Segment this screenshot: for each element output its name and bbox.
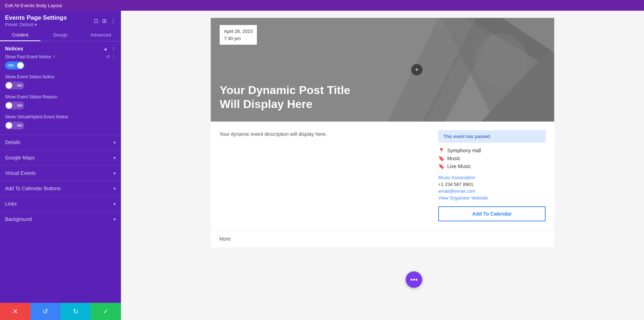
more-section: More [211, 230, 554, 247]
tab-advanced[interactable]: Advanced [80, 29, 121, 41]
setting-label-text-virtual: Show Virtual/Hybrid Event Notice [5, 114, 68, 119]
save-icon: ✓ [103, 307, 108, 315]
setting-row-virtual: Show Virtual/Hybrid Event Notice NO [5, 114, 116, 129]
section-add-to-calendar-header[interactable]: Add To Calendar Buttons ▾ [0, 181, 121, 196]
section-background-title: Background [5, 216, 32, 222]
chevron-add-to-calendar-icon: ▾ [113, 186, 116, 191]
category-music-item: 🔖 Music [438, 156, 546, 161]
undo-button[interactable]: ↺ [30, 303, 61, 320]
redo-button[interactable]: ↻ [60, 303, 91, 320]
notices-more-icon[interactable]: ⋮ [111, 46, 116, 51]
toggle-knob-status-reason [6, 102, 12, 109]
tab-design[interactable]: Design [40, 29, 81, 41]
organizer-name-link[interactable]: Music Association [438, 175, 546, 180]
chevron-google-maps-icon: ▾ [113, 155, 116, 161]
section-details-title: Details [5, 139, 20, 145]
close-icon: ✕ [13, 307, 18, 315]
event-details-list: 📍 Symphony Hall 🔖 Music 🔖 Live Music [438, 148, 546, 169]
toggle-status-notice[interactable]: NO [5, 82, 24, 89]
section-links-title: Links [5, 201, 17, 207]
section-google-maps-title: Google Maps [5, 155, 35, 161]
toggle-knob-virtual [6, 122, 12, 129]
event-main: Your dynamic event description will disp… [219, 130, 428, 221]
section-background-header[interactable]: Background ▾ [0, 212, 121, 227]
panel-content: Notices ▲ ⋮ Show Past Event Notice ? ↺ ⋮ [0, 41, 121, 303]
toggle-label-status-reason: NO [18, 104, 23, 107]
venue-item: 📍 Symphony Hall [438, 148, 546, 153]
panel-tabs: Content Design Advanced [0, 29, 121, 41]
reset-icon-past-event[interactable]: ↺ [106, 54, 110, 59]
setting-label-text-status: Show Event Status Notice [5, 74, 55, 79]
toggle-status-reason[interactable]: NO [5, 102, 24, 109]
setting-label-icons-past-event: ↺ ⋮ [106, 54, 116, 59]
setting-label-past-event: Show Past Event Notice ? ↺ ⋮ [5, 54, 116, 59]
panel-title-wrap: Events Page Settings Preset: Default ▾ [5, 14, 67, 27]
undo-icon: ↺ [43, 307, 48, 315]
category-icon-live-music: 🔖 [438, 163, 444, 169]
add-section-button[interactable]: + [411, 64, 423, 75]
section-virtual-events-header[interactable]: Virtual Events ▾ [0, 166, 121, 181]
section-details-header[interactable]: Details ▾ [0, 135, 121, 150]
setting-label-text-reason: Show Event Status Reason [5, 94, 57, 99]
section-virtual-events-title: Virtual Events [5, 170, 36, 176]
section-details: Details ▾ [0, 134, 121, 150]
layout-icon[interactable]: ⊞ [102, 18, 107, 24]
section-google-maps: Google Maps ▾ [0, 150, 121, 165]
notices-collapse-icon[interactable]: ▲ [103, 46, 108, 51]
section-background: Background ▾ [0, 211, 121, 227]
section-add-to-calendar: Add To Calendar Buttons ▾ [0, 181, 121, 196]
notices-section: Show Past Event Notice ? ↺ ⋮ YES [0, 54, 121, 129]
venue-name: Symphony Hall [447, 148, 481, 153]
notices-header-icons: ▲ ⋮ [103, 46, 116, 51]
hero-section: April 28, 2023 7:30 pm Your Dynamic Post… [211, 18, 554, 122]
toggle-label-virtual: NO [18, 124, 23, 127]
setting-label-virtual: Show Virtual/Hybrid Event Notice [5, 114, 116, 119]
section-google-maps-header[interactable]: Google Maps ▾ [0, 150, 121, 165]
section-links-header[interactable]: Links ▾ [0, 196, 121, 211]
toggle-wrap-past-event: YES [5, 61, 116, 69]
event-passed-notice: This event has passed. [438, 130, 546, 143]
organizer-email-link[interactable]: email@email.com [438, 188, 546, 194]
notices-title: Notices [5, 46, 23, 51]
event-date: April 28, 2023 [224, 28, 253, 35]
event-title-overlay: Your Dynamic Post Title Will Display Her… [220, 83, 370, 111]
close-button[interactable]: ✕ [0, 303, 30, 320]
chevron-links-icon: ▾ [113, 201, 116, 207]
canvas-area: April 28, 2023 7:30 pm Your Dynamic Post… [121, 11, 644, 320]
organizer-phone: +1 234 567 8901 [438, 182, 546, 187]
panel-preset[interactable]: Preset: Default ▾ [5, 22, 67, 27]
restore-icon[interactable]: ⊡ [94, 18, 98, 24]
section-links: Links ▾ [0, 196, 121, 211]
svg-point-7 [474, 34, 527, 87]
fab-icon: ••• [410, 276, 418, 284]
event-body: Your dynamic event description will disp… [211, 122, 554, 230]
notices-section-header: Notices ▲ ⋮ [0, 41, 121, 54]
add-to-calendar-button[interactable]: Add To Calendar [438, 206, 546, 221]
more-options-icon[interactable]: ⋮ [110, 18, 116, 24]
toggle-knob-past-event [17, 62, 24, 69]
toggle-virtual[interactable]: NO [5, 122, 24, 129]
help-icon-past-event[interactable]: ? [53, 55, 55, 59]
event-description: Your dynamic event description will disp… [219, 130, 428, 138]
save-button[interactable]: ✓ [91, 303, 121, 320]
category-live-music: Live Music [447, 163, 471, 169]
top-bar: Edit All Events Body Layout [0, 0, 644, 11]
tab-content[interactable]: Content [0, 29, 40, 41]
category-music: Music [447, 156, 460, 161]
main-layout: Events Page Settings Preset: Default ▾ ⊡… [0, 11, 644, 320]
more-icon-past-event[interactable]: ⋮ [112, 54, 116, 59]
toggle-knob-status-notice [6, 82, 12, 89]
organizer-info: Music Association +1 234 567 8901 email@… [438, 175, 546, 201]
fab-button[interactable]: ••• [406, 271, 422, 288]
toggle-wrap-virtual: NO [5, 122, 116, 129]
top-bar-title: Edit All Events Body Layout [5, 3, 62, 8]
redo-icon: ↻ [73, 307, 78, 315]
date-badge: April 28, 2023 7:30 pm [220, 25, 257, 45]
section-add-to-calendar-title: Add To Calendar Buttons [5, 186, 60, 191]
category-icon-music: 🔖 [438, 156, 444, 161]
organizer-website-link[interactable]: View Organizer Website [438, 195, 546, 201]
toggle-past-event[interactable]: YES [5, 61, 24, 69]
setting-label-text-past-event: Show Past Event Notice [5, 54, 51, 59]
setting-label-status-reason: Show Event Status Reason [5, 94, 116, 99]
toggle-label-status-notice: NO [18, 84, 23, 87]
